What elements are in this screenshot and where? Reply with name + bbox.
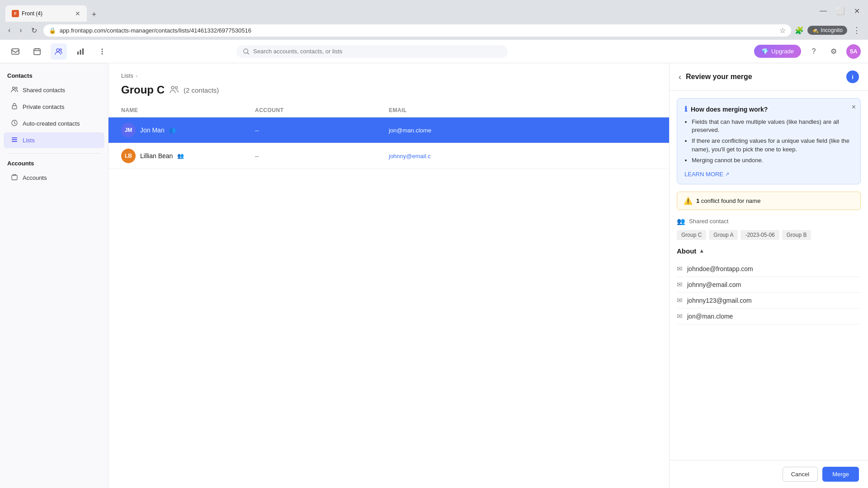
browser-tab: F Front (4) ✕ — [5, 5, 87, 22]
tab-title: Front (4) — [22, 10, 72, 17]
shared-contact-label: Shared contact — [689, 218, 728, 225]
shared-contact-icon: 👥 — [677, 217, 685, 225]
avatar-jon: JM — [121, 123, 136, 137]
table-row[interactable]: JM Jon Man 👥 -- jon@man.clome — [108, 117, 669, 143]
contact-name-cell-jon: JM Jon Man 👥 — [121, 123, 255, 137]
tab-favicon: F — [12, 10, 19, 17]
shared-contacts-icon — [11, 86, 18, 94]
learn-more-link[interactable]: LEARN MORE ↗ — [684, 171, 729, 178]
incognito-icon: 🕵 — [812, 27, 819, 33]
external-link-icon: ↗ — [725, 171, 729, 177]
sidebar-item-shared-contacts-label: Shared contacts — [23, 87, 65, 94]
sidebar: Contacts Shared contacts Private contact… — [0, 63, 108, 488]
email-icon-1: ✉ — [677, 265, 683, 273]
inbox-icon[interactable] — [7, 43, 24, 60]
contacts-icon[interactable] — [51, 43, 67, 60]
shared-icon-jon: 👥 — [169, 127, 176, 133]
search-container — [236, 45, 508, 58]
shared-contact-header: 👥 Shared contact — [677, 217, 861, 225]
address-url[interactable]: app.frontapp.com/contacts-manager/contac… — [60, 27, 776, 34]
help-button[interactable]: ? — [807, 44, 821, 59]
merge-button[interactable]: Merge — [822, 467, 859, 482]
panel-info-button[interactable]: i — [846, 70, 859, 83]
email-text-4: jon@man.clome — [687, 313, 733, 320]
search-input[interactable] — [253, 48, 501, 55]
contact-name-cell-lillian: LB Lillian Bean 👥 — [121, 149, 255, 163]
svg-rect-0 — [12, 49, 19, 54]
settings-button[interactable]: ⚙ — [826, 44, 841, 59]
more-icon[interactable] — [94, 43, 110, 60]
sidebar-item-accounts[interactable]: Accounts — [4, 170, 104, 186]
nav-refresh-button[interactable]: ↻ — [28, 24, 40, 37]
auto-created-icon — [11, 119, 18, 128]
sidebar-item-private-contacts-label: Private contacts — [23, 103, 65, 110]
panel-header: ‹ Review your merge i — [670, 63, 868, 91]
nav-forward-button[interactable]: › — [17, 24, 24, 36]
browser-tab-bar: F Front (4) ✕ + — ⬜ ✕ — [0, 0, 868, 22]
svg-point-12 — [15, 87, 17, 89]
info-banner-title: ℹ How does merging work? — [684, 105, 853, 113]
svg-rect-15 — [12, 137, 17, 138]
svg-rect-17 — [12, 141, 17, 142]
svg-rect-16 — [12, 139, 17, 140]
toolbar-right-area: 💎 Upgrade ? ⚙ SA — [754, 44, 861, 59]
contacts-section-title: Contacts — [0, 70, 108, 82]
svg-rect-4 — [77, 52, 79, 55]
svg-point-11 — [13, 87, 15, 89]
cancel-button[interactable]: Cancel — [783, 467, 818, 482]
private-contacts-icon — [11, 103, 18, 111]
info-banner-close-button[interactable]: × — [852, 103, 856, 111]
tab-close-icon[interactable]: ✕ — [75, 10, 80, 17]
about-label: About — [677, 247, 696, 255]
sidebar-item-auto-created-label: Auto-created contacts — [23, 120, 80, 127]
avatar-lillian: LB — [121, 149, 136, 163]
svg-point-20 — [175, 86, 178, 89]
panel-title: Review your merge — [686, 73, 842, 81]
svg-rect-1 — [34, 49, 40, 55]
panel-body: × ℹ How does merging work? Fields that c… — [670, 91, 868, 460]
nav-back-button[interactable]: ‹ — [5, 24, 13, 36]
bookmark-icon[interactable]: ☆ — [779, 26, 786, 35]
email-text-1: johndoe@frontapp.com — [687, 265, 753, 272]
lists-icon — [11, 136, 18, 145]
breadcrumb-arrow: › — [136, 73, 138, 79]
sidebar-item-shared-contacts[interactable]: Shared contacts — [4, 82, 104, 98]
browser-menu-icon[interactable]: ⋮ — [851, 23, 863, 37]
contacts-table: Name Account Email JM Jon Man 👥 -- jon@m… — [108, 103, 669, 488]
calendar-icon[interactable] — [29, 43, 45, 60]
tag-date: -2023-05-06 — [741, 230, 779, 240]
bullet-2: If there are conflicting values for a un… — [692, 137, 853, 153]
upgrade-button[interactable]: 💎 Upgrade — [754, 45, 801, 58]
svg-point-3 — [60, 49, 61, 51]
th-email: Email — [389, 107, 523, 113]
diamond-icon: 💎 — [761, 48, 769, 55]
email-text-3: johnny123@gmail.com — [687, 297, 752, 304]
contact-name-jon: Jon Man — [140, 127, 165, 134]
sidebar-item-private-contacts[interactable]: Private contacts — [4, 99, 104, 115]
sidebar-item-auto-created[interactable]: Auto-created contacts — [4, 116, 104, 131]
about-section-header[interactable]: About ▲ — [677, 247, 861, 255]
warning-icon: ⚠️ — [684, 197, 693, 205]
panel-footer: Cancel Merge — [670, 460, 868, 488]
analytics-icon[interactable] — [72, 43, 89, 60]
sidebar-divider — [7, 153, 101, 154]
breadcrumb-lists-link[interactable]: Lists — [121, 72, 133, 79]
email-item-1: ✉ johndoe@frontapp.com — [677, 261, 861, 277]
window-minimize[interactable]: — — [817, 5, 830, 17]
email-item-2: ✉ johnny@email.com — [677, 277, 861, 293]
sidebar-item-lists[interactable]: Lists — [4, 132, 104, 148]
table-row[interactable]: LB Lillian Bean 👥 -- johnny@email.c — [108, 143, 669, 169]
email-jon: jon@man.clome — [389, 127, 523, 134]
th-name: Name — [121, 107, 255, 113]
svg-point-9 — [102, 53, 103, 54]
window-maximize[interactable]: ⬜ — [833, 5, 848, 17]
svg-point-2 — [57, 49, 59, 52]
account-lillian: -- — [255, 153, 389, 160]
email-item-4: ✉ jon@man.clome — [677, 309, 861, 324]
new-tab-button[interactable]: + — [87, 7, 101, 22]
email-text-2: johnny@email.com — [687, 281, 741, 288]
panel-back-button[interactable]: ‹ — [679, 72, 681, 82]
user-avatar[interactable]: SA — [846, 44, 861, 59]
svg-point-7 — [102, 48, 103, 50]
window-close[interactable]: ✕ — [851, 5, 863, 17]
